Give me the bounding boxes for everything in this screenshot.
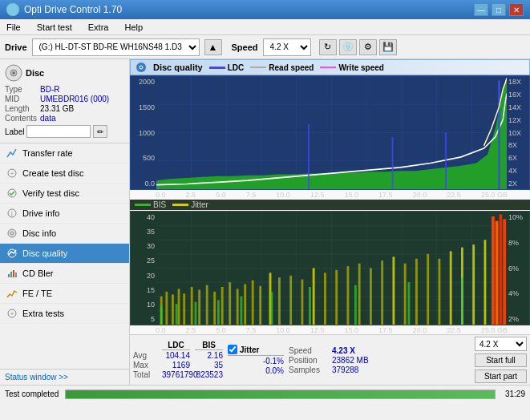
lower-y-axis-right: 10% 8% 6% 4% 2% [507, 212, 529, 325]
close-button[interactable]: ✕ [509, 3, 524, 16]
eject-button[interactable]: ▲ [204, 39, 222, 55]
menu-help[interactable]: Help [121, 22, 146, 33]
drive-settings-button[interactable]: ⚙ [359, 39, 377, 55]
svg-rect-84 [415, 259, 418, 325]
disc-header: Disc [5, 64, 124, 82]
svg-rect-89 [472, 244, 475, 325]
svg-rect-79 [358, 264, 361, 325]
svg-rect-98 [217, 300, 220, 325]
lower-chart-header: BIS Jitter [130, 200, 530, 210]
svg-rect-92 [496, 221, 499, 325]
sidebar-item-disc-info[interactable]: Disc info [0, 224, 129, 244]
sidebar-item-extra-tests[interactable]: + Extra tests [0, 304, 129, 324]
contents-value: data [40, 114, 124, 123]
status-time: 31:29 [505, 390, 525, 398]
svg-rect-62 [198, 290, 200, 325]
menu-extra[interactable]: Extra [85, 22, 112, 33]
chart-header: Disc quality LDC Read speed Write speed [130, 59, 530, 75]
bis-label: BIS [153, 200, 166, 209]
nav-label-extra-tests: Extra tests [22, 309, 64, 318]
jitter-checkbox[interactable] [228, 345, 237, 354]
sidebar-item-fe-te[interactable]: FE / TE [0, 284, 129, 304]
nav-label-create-test-disc: Create test disc [22, 168, 83, 178]
sidebar-item-drive-info[interactable]: i Drive info [0, 204, 129, 224]
col-headers: LDC BIS [133, 341, 223, 350]
start-full-button[interactable]: Start full [475, 353, 527, 367]
menu-bar: File Start test Extra Help [0, 19, 530, 35]
nav-label-cd-bler: CD Bler [22, 269, 54, 278]
sidebar-item-create-test-disc[interactable]: + Create test disc [0, 164, 129, 184]
jitter-color [172, 204, 188, 206]
drive-label: Drive [5, 42, 27, 52]
upper-chart-body [156, 76, 507, 189]
stats-bar: LDC BIS Avg 104.14 2.16 Max 1169 35 Tota… [130, 334, 530, 385]
title-bar-controls: — □ ✕ [474, 3, 524, 16]
drive-select[interactable]: (G:) HL-DT-ST BD-RE WH16NS48 1.D3 [32, 38, 200, 56]
position-row: Position 23862 MB [289, 356, 377, 365]
legend-ldc: LDC [209, 63, 245, 72]
lower-chart-body [156, 212, 507, 325]
sidebar-item-transfer-rate[interactable]: Transfer rate [0, 143, 129, 164]
svg-rect-100 [271, 292, 273, 325]
sidebar-status-button[interactable]: Status window >> [0, 369, 129, 385]
speed-select-stats[interactable]: 4.2 X [475, 337, 527, 351]
avg-ldc: 104.14 [162, 351, 190, 360]
disc-info: Type BD-R MID UMEBDR016 (000) Length 23.… [5, 85, 124, 123]
svg-text:i: i [11, 210, 13, 217]
svg-point-10 [8, 249, 16, 257]
label-edit-button[interactable]: ✏ [93, 125, 107, 138]
content-area: Disc quality LDC Read speed Write speed [130, 59, 530, 385]
total-ldc: 39761790 [162, 370, 190, 379]
menu-file[interactable]: File [3, 22, 24, 33]
lower-chart: 40 35 30 25 20 15 10 5 [130, 211, 530, 325]
maximize-button[interactable]: □ [492, 3, 506, 16]
svg-rect-82 [393, 256, 395, 325]
svg-rect-70 [259, 286, 261, 325]
speed-val: 4.23 X [332, 346, 355, 355]
minimize-button[interactable]: — [474, 3, 488, 16]
main-area: Disc Type BD-R MID UMEBDR016 (000) Lengt… [0, 59, 530, 385]
label-input[interactable] [26, 125, 91, 138]
total-row: Total 39761790 823523 [133, 370, 223, 379]
svg-rect-60 [183, 293, 185, 325]
svg-rect-91 [492, 216, 495, 325]
chart-icon [6, 147, 18, 159]
svg-rect-102 [354, 285, 357, 325]
jitter-header-row: Jitter [228, 345, 284, 356]
svg-rect-90 [484, 240, 487, 325]
svg-rect-65 [221, 287, 224, 325]
sidebar-item-disc-quality[interactable]: Disc quality [0, 244, 129, 264]
total-bis: 823523 [195, 370, 223, 379]
svg-rect-13 [13, 270, 14, 277]
ldc-label: LDC [228, 63, 245, 72]
speed-row: Speed 4.23 X [289, 346, 377, 355]
status-bar: Test completed 31:29 [0, 385, 530, 402]
status-text: Test completed [5, 390, 59, 398]
position-val: 23862 MB [332, 356, 369, 365]
sidebar-item-cd-bler[interactable]: CD Bler [0, 264, 129, 284]
svg-rect-59 [178, 289, 180, 325]
action-buttons: 4.2 X Start full Start part [475, 337, 527, 383]
svg-rect-94 [503, 219, 506, 325]
max-row: Max 1169 35 [133, 361, 223, 370]
nav-label-verify-test-disc: Verify test disc [22, 188, 79, 198]
contents-label: Contents [5, 114, 37, 123]
svg-rect-87 [450, 251, 452, 325]
speed-select[interactable]: 4.2 X [263, 38, 311, 56]
drive-disc-button[interactable]: 💿 [339, 39, 357, 55]
label-label: Label [5, 127, 24, 136]
menu-start-test[interactable]: Start test [34, 22, 75, 33]
svg-rect-97 [195, 302, 197, 325]
start-part-button[interactable]: Start part [475, 370, 527, 383]
drive-save-button[interactable]: 💾 [379, 39, 397, 55]
svg-text:+: + [10, 310, 14, 317]
svg-rect-75 [313, 269, 315, 325]
app-title: Opti Drive Control 1.70 [24, 4, 122, 15]
svg-point-8 [8, 229, 16, 237]
lower-y-axis-left: 40 35 30 25 20 15 10 5 [131, 212, 156, 325]
svg-rect-78 [347, 266, 350, 325]
sidebar-item-verify-test-disc[interactable]: Verify test disc [0, 184, 129, 204]
disc-section: Disc Type BD-R MID UMEBDR016 (000) Lengt… [0, 59, 129, 143]
drive-refresh-button[interactable]: ↻ [319, 39, 337, 55]
progress-bar-container [65, 390, 496, 399]
